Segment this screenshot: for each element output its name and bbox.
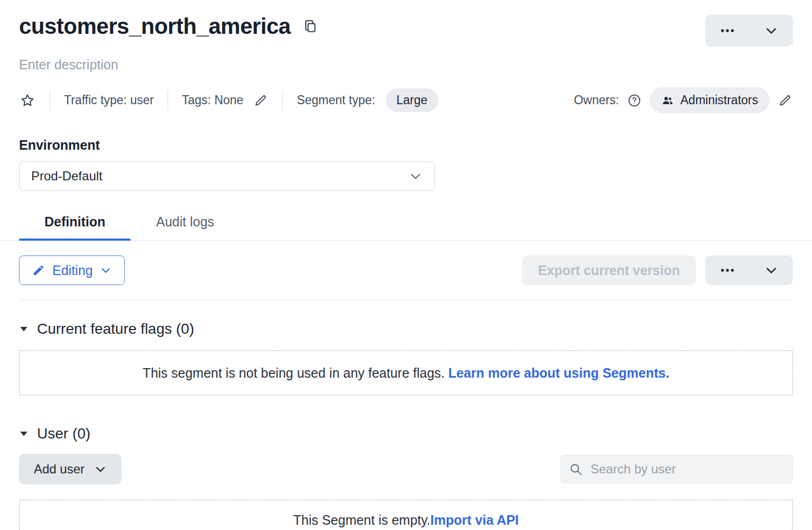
feature-flags-section-header[interactable]: Current feature flags (0): [19, 321, 793, 337]
segment-page: customers_north_america Enter descri: [0, 0, 812, 530]
user-section-title: User (0): [37, 425, 90, 442]
learn-more-link[interactable]: Learn more about using Segments.: [448, 365, 669, 381]
user-controls-row: Add user: [19, 454, 793, 485]
segment-type-badge: Large: [386, 88, 438, 112]
add-user-label: Add user: [34, 462, 85, 477]
search-icon: [569, 462, 583, 476]
actions-chevron-button[interactable]: [749, 15, 793, 47]
header-actions-group: [705, 15, 793, 47]
editing-mode-button[interactable]: Editing: [19, 255, 125, 285]
user-empty-state: This Segment is empty.Import via API: [19, 499, 793, 530]
more-actions-button[interactable]: [705, 15, 749, 47]
definition-toolbar: Editing Export current version: [19, 255, 793, 285]
divider: [50, 90, 50, 111]
editing-label: Editing: [52, 263, 93, 278]
environment-select[interactable]: Prod-Default: [19, 161, 435, 191]
divider: [282, 90, 283, 111]
chevron-down-icon: [409, 169, 422, 183]
meta-row: Traffic type: user Tags: None Segment ty…: [19, 87, 793, 113]
user-section: User (0) Add user This Segment is empty.…: [19, 425, 793, 530]
search-user-input[interactable]: [560, 455, 793, 483]
user-section-header[interactable]: User (0): [19, 425, 793, 442]
caret-down-icon: [19, 429, 29, 438]
edit-owners-icon[interactable]: [777, 93, 793, 108]
add-user-button[interactable]: Add user: [19, 454, 122, 485]
environment-selected-value: Prod-Default: [31, 169, 103, 184]
description-placeholder[interactable]: Enter description: [19, 57, 793, 72]
owners-group: Owners: Administrators: [574, 87, 793, 113]
tab-audit-logs[interactable]: Audit logs: [131, 214, 239, 240]
segment-type-label: Segment type:: [297, 93, 375, 107]
edit-tags-icon[interactable]: [253, 93, 269, 108]
tab-bar: Definition Audit logs: [0, 214, 812, 241]
divider: [168, 90, 168, 111]
definition-chevron-button[interactable]: [749, 255, 793, 285]
search-user-wrap: [560, 455, 793, 483]
owners-help-icon[interactable]: [626, 93, 642, 108]
definition-more-button[interactable]: [705, 255, 749, 285]
owners-value: Administrators: [680, 93, 758, 107]
traffic-type-label: Traffic type: user: [64, 93, 154, 107]
user-empty-text: This Segment is empty.: [293, 513, 430, 528]
definition-actions-group: [705, 255, 793, 285]
import-via-api-link[interactable]: Import via API: [430, 513, 519, 528]
tags-label: Tags: None: [182, 93, 243, 107]
feature-flags-empty-state: This segment is not being used in any fe…: [19, 350, 793, 396]
favorite-star-icon[interactable]: [19, 92, 36, 109]
feature-flags-empty-text: This segment is not being used in any fe…: [143, 365, 448, 381]
feature-flags-section: Current feature flags (0) This segment i…: [19, 321, 793, 396]
feature-flags-section-title: Current feature flags (0): [37, 321, 194, 337]
export-current-version-button[interactable]: Export current version: [522, 255, 696, 285]
people-icon: [661, 94, 674, 107]
title-row: customers_north_america: [19, 14, 793, 47]
pencil-icon: [32, 264, 45, 277]
caret-down-icon: [19, 324, 29, 334]
copy-name-icon[interactable]: [301, 16, 319, 36]
chevron-down-icon: [94, 463, 107, 476]
section-divider: [19, 300, 793, 300]
environment-label: Environment: [19, 138, 793, 153]
page-title: customers_north_america: [19, 14, 291, 39]
owners-badge[interactable]: Administrators: [650, 87, 770, 113]
chevron-down-icon: [100, 264, 112, 276]
owners-label: Owners:: [574, 93, 619, 107]
tab-definition[interactable]: Definition: [19, 214, 131, 240]
